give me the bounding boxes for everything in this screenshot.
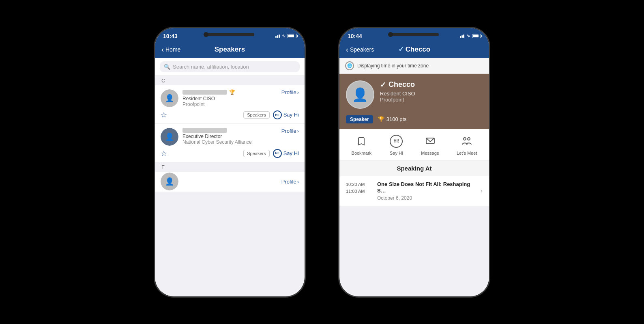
signal-bar-1: [275, 36, 277, 38]
profile-info: ✓ Checco Resident CISO Proofpoint: [380, 80, 415, 103]
signal-bar-2b: [462, 35, 463, 38]
letsmeet-action-label: Let's Meet: [457, 151, 477, 156]
tag-pill-2[interactable]: Speakers: [243, 150, 269, 157]
speaker-name-row-1: 🏆: [182, 89, 281, 95]
back-button-1[interactable]: ‹ Home: [161, 46, 180, 53]
avatar-1: 👤: [161, 89, 178, 107]
sayhi-icon-wrap: Hi!: [389, 134, 404, 149]
speaker-org-2: National Cyber Security Alliance: [182, 139, 281, 145]
speaker-left-2: 👤 Executive Director National Cyber Secu…: [161, 128, 281, 146]
avatar-img-f: 👤: [161, 173, 178, 190]
profile-link-2[interactable]: Profile ›: [281, 128, 299, 134]
session-item-1[interactable]: 10:20 AM 11:00 AM One Size Does Not Fit …: [339, 176, 489, 207]
battery-fill-1: [288, 35, 294, 37]
profile-hero: 👤 ✓ Checco Resident CISO Proofpoint: [339, 74, 489, 115]
speaker-role-2: Executive Director: [182, 134, 281, 139]
profile-arrow-f: ›: [297, 179, 299, 185]
bookmark-btn-1[interactable]: ☆: [161, 110, 167, 119]
timezone-text: Displaying time in your time zone: [357, 63, 429, 69]
session-details-1: One Size Does Not Fit All: Reshaping S… …: [377, 181, 476, 201]
profile-arrow-2: ›: [297, 128, 299, 134]
bookmark-btn-2[interactable]: ☆: [161, 149, 167, 158]
bookmark-action[interactable]: Bookmark: [352, 134, 372, 156]
section-header-c: C: [155, 76, 305, 85]
avatar-img-1: 👤: [161, 89, 178, 107]
svg-point-1: [464, 138, 466, 140]
profile-company: Proofpoint: [380, 97, 415, 103]
signal-bars-1: [275, 35, 280, 38]
nav-bar-2: ‹ Speakers ✓Checco: [339, 43, 489, 58]
svg-point-2: [468, 138, 470, 140]
say-hi-circle-1: Hi!: [273, 110, 282, 119]
nav-bar-1: ‹ Home Speakers: [155, 43, 305, 58]
speaking-at-header: Speaking At: [339, 161, 489, 176]
search-placeholder: Search name, affiliation, location: [173, 64, 249, 70]
speaker-name-row-2: [182, 128, 281, 133]
profile-link-f[interactable]: Profile ›: [281, 179, 299, 185]
checkmark-nav: ✓: [398, 45, 404, 53]
say-hi-circle-2: Hi!: [273, 149, 282, 158]
speaker-item-1: 👤 🏆 Resident CISO Proofpoint Profi: [155, 85, 305, 124]
speaker-actions-1: ☆ Speakers Hi! Say Hi: [161, 110, 299, 119]
speaker-info-2: Executive Director National Cyber Securi…: [182, 128, 281, 145]
letsmeet-action[interactable]: Let's Meet: [457, 134, 477, 156]
action-row: Bookmark Hi! Say Hi Message: [339, 129, 489, 161]
tag-pill-1[interactable]: Speakers: [243, 111, 269, 119]
message-icon-wrap: [423, 134, 438, 149]
action-right-1: Speakers Hi! Say Hi: [243, 110, 299, 119]
points-display: 🏆 3100 pts: [378, 116, 407, 122]
session-date-1: October 6, 2020: [377, 195, 476, 201]
signal-bar-2c: [463, 35, 464, 38]
say-hi-label-1: Say Hi: [283, 112, 299, 118]
search-icon: 🔍: [164, 64, 170, 70]
speaker-item-f: 👤 Profile ›: [155, 172, 305, 192]
speaker-role-1: Resident CISO: [182, 96, 281, 102]
back-button-2[interactable]: ‹ Speakers: [346, 46, 374, 53]
avatar-img-2: 👤: [161, 128, 178, 146]
back-label-2: Speakers: [350, 46, 374, 53]
nav-title-2: ✓Checco: [398, 45, 430, 54]
battery-icon-1: [288, 34, 296, 38]
profile-link-1[interactable]: Profile ›: [281, 89, 299, 95]
scene: 10:43 ∿ ‹ Home: [137, 11, 507, 314]
session-arrow-1: ›: [481, 187, 483, 194]
back-arrow-1: ‹: [161, 46, 164, 53]
search-input-wrap[interactable]: 🔍 Search name, affiliation, location: [160, 61, 300, 72]
signal-bar-3: [279, 35, 280, 38]
phone2-screen: 10:44 ∿ ‹ Speakers: [339, 28, 489, 296]
back-label-1: Home: [165, 46, 180, 53]
back-arrow-2: ‹: [346, 46, 348, 53]
speaker-item-top-2: 👤 Executive Director National Cyber Secu…: [161, 128, 299, 146]
profile-avatar-large: 👤: [346, 80, 374, 109]
speaker-item-2: 👤 Executive Director National Cyber Secu…: [155, 124, 305, 162]
checkmark-profile: ✓: [380, 80, 386, 89]
wifi-icon-1: ∿: [282, 33, 286, 39]
speaker-left-1: 👤 🏆 Resident CISO Proofpoint: [161, 89, 281, 107]
status-time-1: 10:43: [163, 33, 178, 39]
message-action[interactable]: Message: [421, 134, 439, 156]
section-header-f: F: [155, 162, 305, 172]
trophy-icon-1: 🏆: [229, 89, 235, 95]
profile-arrow-1: ›: [297, 89, 299, 95]
status-time-2: 10:44: [348, 33, 362, 39]
sayhi-action[interactable]: Hi! Say Hi: [389, 134, 404, 156]
message-icon: [425, 136, 435, 146]
speaker-name-blurred-1: [182, 90, 227, 95]
status-bar-1: 10:43 ∿: [155, 28, 305, 43]
say-hi-btn-2[interactable]: Hi! Say Hi: [273, 149, 299, 158]
bookmark-action-label: Bookmark: [352, 151, 372, 156]
say-hi-btn-1[interactable]: Hi! Say Hi: [273, 110, 299, 119]
say-hi-label-2: Say Hi: [283, 150, 299, 156]
speaker-org-1: Proofpoint: [182, 102, 281, 107]
status-icons-1: ∿: [275, 33, 296, 39]
phone-speakers-list: 10:43 ∿ ‹ Home: [154, 27, 306, 298]
points-value: 3100 pts: [386, 116, 407, 122]
wifi-icon-2: ∿: [466, 33, 470, 39]
sayhi-icon: Hi!: [390, 135, 403, 148]
letsmeet-icon: [461, 136, 472, 147]
trophy-icon-profile: 🏆: [378, 116, 384, 122]
signal-bar-2: [277, 35, 278, 38]
timezone-bar: 🌐 Displaying time in your time zone: [339, 58, 489, 74]
speaker-left-f: 👤: [161, 173, 281, 190]
phone1-screen: 10:43 ∿ ‹ Home: [155, 28, 305, 296]
